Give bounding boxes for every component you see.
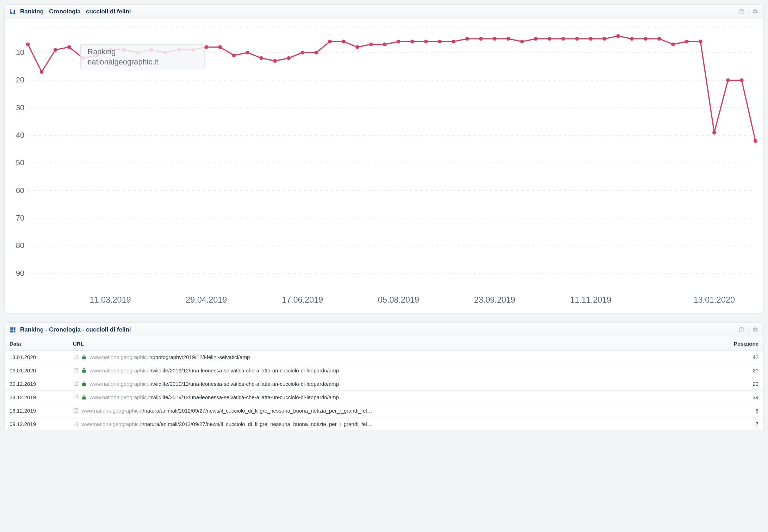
panel-table: Ranking - Cronologia - cuccioli di felin… xyxy=(4,322,764,431)
table-row: 06.01.2020www.nationalgeographic.it/wild… xyxy=(5,364,763,377)
panel-chart-actions xyxy=(738,8,758,15)
col-pos-header[interactable]: Posizione xyxy=(721,337,763,351)
svg-point-57 xyxy=(452,40,456,44)
svg-text:29.04.2019: 29.04.2019 xyxy=(186,295,227,304)
svg-point-43 xyxy=(259,56,263,60)
url-text[interactable]: www.nationalgeographic.it/natura/animali… xyxy=(81,421,372,427)
svg-point-78 xyxy=(740,78,744,82)
svg-point-66 xyxy=(575,37,579,41)
chart-icon xyxy=(10,8,16,15)
external-link-icon[interactable] xyxy=(73,354,79,360)
svg-point-29 xyxy=(67,45,71,49)
cell-url: www.nationalgeographic.it/natura/animali… xyxy=(68,417,721,431)
svg-point-53 xyxy=(397,40,401,44)
svg-point-74 xyxy=(685,40,689,44)
svg-point-54 xyxy=(410,40,414,44)
svg-text:10: 10 xyxy=(16,48,24,57)
cell-url: www.nationalgeographic.it/wildlife/2019/… xyxy=(68,377,721,390)
panel-table-title-wrap: Ranking - Cronologia - cuccioli di felin… xyxy=(10,326,131,333)
svg-point-64 xyxy=(547,37,551,41)
svg-point-73 xyxy=(671,42,675,46)
svg-point-49 xyxy=(342,40,346,44)
cell-url: www.nationalgeographic.it/wildlife/2019/… xyxy=(68,390,721,404)
panel-chart-title: Ranking - Cronologia - cuccioli di felin… xyxy=(20,8,131,15)
cell-date: 16.12.2019 xyxy=(5,404,68,417)
svg-text:11.11.2019: 11.11.2019 xyxy=(570,295,611,304)
cell-position: 7 xyxy=(721,417,763,431)
chart-canvas-wrap: 10203040506070809011.03.201929.04.201917… xyxy=(5,19,763,313)
url-text[interactable]: www.nationalgeographic.it/wildlife/2019/… xyxy=(89,381,339,387)
svg-point-52 xyxy=(383,42,387,46)
svg-point-39 xyxy=(204,45,208,49)
svg-point-46 xyxy=(301,51,304,55)
external-link-icon[interactable] xyxy=(73,394,79,400)
svg-point-45 xyxy=(287,56,291,60)
ranking-line-chart[interactable]: 10203040506070809011.03.201929.04.201917… xyxy=(7,22,761,311)
cell-url: www.nationalgeographic.it/photography/20… xyxy=(68,350,721,364)
gear-icon[interactable] xyxy=(752,327,758,333)
panel-chart-header: Ranking - Cronologia - cuccioli di felin… xyxy=(5,5,763,19)
svg-point-28 xyxy=(54,48,57,52)
lock-icon xyxy=(81,368,87,373)
cell-date: 06.01.2020 xyxy=(5,364,68,377)
svg-point-59 xyxy=(479,37,483,41)
svg-point-41 xyxy=(232,54,236,57)
table-header-row: Data URL Posizione xyxy=(5,337,763,351)
cell-position: 42 xyxy=(721,350,763,364)
separator xyxy=(748,327,749,333)
cell-position: 20 xyxy=(721,377,763,390)
cell-date: 09.12.2019 xyxy=(5,417,68,431)
svg-point-71 xyxy=(644,37,648,41)
svg-text:nationalgeographic.it: nationalgeographic.it xyxy=(87,57,158,66)
svg-text:70: 70 xyxy=(16,214,24,222)
svg-point-79 xyxy=(754,139,757,143)
col-date-header[interactable]: Data xyxy=(5,337,68,351)
lock-icon xyxy=(81,354,87,360)
svg-point-61 xyxy=(507,37,510,41)
table-row: 30.12.2019www.nationalgeographic.it/wild… xyxy=(5,377,763,390)
svg-point-75 xyxy=(699,40,702,44)
svg-point-77 xyxy=(726,78,730,82)
svg-text:40: 40 xyxy=(16,131,24,140)
svg-point-55 xyxy=(424,40,428,44)
separator xyxy=(748,8,749,15)
external-link-icon[interactable] xyxy=(73,408,79,413)
svg-text:80: 80 xyxy=(16,241,24,250)
svg-text:23.09.2019: 23.09.2019 xyxy=(474,295,515,304)
external-link-icon[interactable] xyxy=(73,367,79,373)
svg-point-44 xyxy=(273,59,277,63)
panel-table-actions xyxy=(738,327,758,333)
external-link-icon[interactable] xyxy=(73,381,79,386)
cell-url: www.nationalgeographic.it/natura/animali… xyxy=(68,404,721,417)
lock-icon xyxy=(81,381,87,386)
gear-icon[interactable] xyxy=(752,8,758,15)
panel-table-title: Ranking - Cronologia - cuccioli di felin… xyxy=(20,326,131,333)
table-row: 09.12.2019www.nationalgeographic.it/natu… xyxy=(5,417,763,431)
chart-tooltip: Rankingnationalgeographic.it xyxy=(80,44,204,69)
url-text[interactable]: www.nationalgeographic.it/photography/20… xyxy=(89,354,250,360)
svg-point-70 xyxy=(630,37,634,41)
col-url-header[interactable]: URL xyxy=(68,337,721,351)
svg-point-58 xyxy=(465,37,469,41)
table-row: 23.12.2019www.nationalgeographic.it/wild… xyxy=(5,390,763,404)
svg-point-72 xyxy=(657,37,661,41)
svg-text:05.08.2019: 05.08.2019 xyxy=(378,295,419,304)
svg-point-48 xyxy=(328,40,332,44)
svg-text:13.01.2020: 13.01.2020 xyxy=(694,295,735,304)
svg-point-40 xyxy=(218,45,222,49)
cell-position: 6 xyxy=(721,404,763,417)
url-text[interactable]: www.nationalgeographic.it/natura/animali… xyxy=(81,408,372,414)
svg-point-65 xyxy=(561,37,565,41)
panel-chart: Ranking - Cronologia - cuccioli di felin… xyxy=(4,4,764,313)
url-text[interactable]: www.nationalgeographic.it/wildlife/2019/… xyxy=(89,394,339,400)
svg-text:20: 20 xyxy=(16,75,24,84)
external-link-icon[interactable] xyxy=(73,421,79,427)
lock-icon xyxy=(81,395,87,400)
help-icon[interactable] xyxy=(738,8,745,15)
help-icon[interactable] xyxy=(738,327,745,333)
svg-point-51 xyxy=(369,42,373,46)
svg-point-62 xyxy=(520,40,524,44)
url-text[interactable]: www.nationalgeographic.it/wildlife/2019/… xyxy=(89,367,339,373)
cell-url: www.nationalgeographic.it/wildlife/2019/… xyxy=(68,364,721,377)
cell-position: 39 xyxy=(721,390,763,404)
